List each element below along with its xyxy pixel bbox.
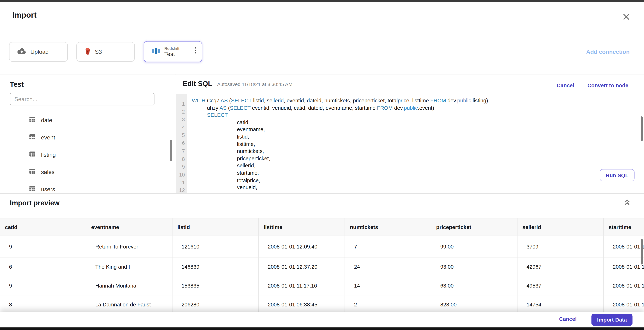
sql-cancel-button[interactable]: Cancel xyxy=(557,82,574,88)
table-cell: Return To Forever xyxy=(86,236,172,257)
run-sql-button[interactable]: Run SQL xyxy=(600,169,634,181)
sidebar-item-label: sales xyxy=(41,169,54,175)
code-line: sellerid, xyxy=(187,162,644,169)
s3-icon xyxy=(85,47,91,57)
tab-upload[interactable]: Upload xyxy=(9,42,68,62)
import-preview-section: Import preview catideventnamelistidlistt… xyxy=(0,193,644,312)
edit-sql-title: Edit SQL xyxy=(183,80,212,88)
code-line: catid, xyxy=(187,119,644,126)
line-number: 8 xyxy=(176,155,187,163)
code-line: WITH Ccq7 AS (SELECT listid, sellerid, e… xyxy=(187,97,644,104)
edit-sql-panel: Edit SQL Autosaved 11/18/21 at 8:30:45 A… xyxy=(176,75,644,194)
tab-redshift-selected[interactable]: Redshift Test xyxy=(144,41,202,62)
add-connection-link[interactable]: Add connection xyxy=(586,49,630,55)
table-cell: 63.00 xyxy=(431,276,518,295)
table-cell: 2008-01-01 11:17:16 xyxy=(259,276,345,295)
sidebar-item-label: listing xyxy=(41,151,56,158)
table-cell: 2 xyxy=(345,295,431,312)
code-line: SELECT xyxy=(187,112,644,119)
table-cell: 99.00 xyxy=(431,236,518,257)
convert-to-node-button[interactable]: Convert to node xyxy=(588,82,628,88)
table-row: 8La Damnation de Faust2062802008-01-01 0… xyxy=(0,295,644,312)
table-cell: 14 xyxy=(345,276,431,295)
table-cell: 49537 xyxy=(518,276,604,295)
close-icon[interactable] xyxy=(622,13,630,21)
line-number: 1 xyxy=(176,100,187,108)
page-title: Import xyxy=(12,11,37,20)
table-cell: 206280 xyxy=(172,295,259,312)
table-cell: 2008-01-01 06:38:45 xyxy=(259,295,345,312)
sidebar-item-label: event xyxy=(41,134,55,141)
sidebar-item-label: date xyxy=(41,117,52,123)
table-cell: 121610 xyxy=(172,236,259,257)
table-cell: 9 xyxy=(0,236,86,257)
editor-scrollbar[interactable] xyxy=(641,116,643,141)
sidebar-item-users[interactable]: users xyxy=(0,181,176,193)
window-top-strip xyxy=(0,0,644,2)
table-cell: 2008-01-01 1 xyxy=(604,236,644,257)
table-cell: 153835 xyxy=(172,276,259,295)
line-number: 6 xyxy=(176,140,187,147)
window-bottom-strip xyxy=(0,327,644,330)
table-cell: Hannah Montana xyxy=(86,276,172,295)
table-cell: 8 xyxy=(0,295,86,312)
import-data-button[interactable]: Import Data xyxy=(591,314,632,326)
schema-sidebar: Test dateeventlistingsalesusers xyxy=(0,75,176,194)
code-line: eventname, xyxy=(187,126,644,133)
sidebar-item-date[interactable]: date xyxy=(0,111,176,129)
table-cell: La Damnation de Faust xyxy=(86,295,172,312)
preview-table-body: 9Return To Forever1216102008-01-01 12:09… xyxy=(0,236,644,312)
collapse-icon[interactable] xyxy=(624,199,631,206)
import-modal: Import Upload S3 xyxy=(0,0,644,330)
line-number: 9 xyxy=(176,163,187,171)
line-number-gutter: 123456789101112 xyxy=(176,94,187,193)
line-number: 12 xyxy=(176,187,187,193)
table-cell: 14754 xyxy=(518,295,604,312)
table-icon xyxy=(29,168,35,176)
table-cell: 2008-01-01 12:37:20 xyxy=(259,257,345,276)
tab-upload-label: Upload xyxy=(30,49,48,55)
line-number: 3 xyxy=(176,116,187,124)
column-header-starttime: starttime xyxy=(604,218,644,236)
table-cell: 2008-01-01 12:09:40 xyxy=(259,236,345,257)
line-number: 7 xyxy=(176,147,187,155)
table-cell: 823.00 xyxy=(431,295,518,312)
table-cell: 6 xyxy=(0,257,86,276)
column-header-eventname: eventname xyxy=(86,218,172,236)
sidebar-item-listing[interactable]: listing xyxy=(0,146,176,163)
schema-title: Test xyxy=(10,81,24,89)
code-line: priceperticket, xyxy=(187,155,644,162)
column-header-numtickets: numtickets xyxy=(345,218,431,236)
search-input[interactable] xyxy=(10,93,154,105)
table-row: 6The King and I1468392008-01-01 12:37:20… xyxy=(0,257,644,276)
redshift-icon xyxy=(152,47,160,57)
sidebar-scrollbar[interactable] xyxy=(170,140,172,161)
line-number: 4 xyxy=(176,124,187,132)
autosave-status: Autosaved 11/18/21 at 8:30:45 AM xyxy=(217,82,292,87)
import-preview-title: Import preview xyxy=(10,199,60,207)
line-number: 2 xyxy=(176,108,187,116)
sidebar-item-sales[interactable]: sales xyxy=(0,163,176,181)
sidebar-item-event[interactable]: event xyxy=(0,129,176,146)
table-cell: 9 xyxy=(0,276,86,295)
column-header-listid: listid xyxy=(172,218,259,236)
code-line: starttime, xyxy=(187,170,644,177)
table-icon xyxy=(29,151,35,158)
column-header-listtime: listtime xyxy=(259,218,345,236)
table-list: dateeventlistingsalesusers xyxy=(0,111,176,193)
table-cell: 146839 xyxy=(172,257,259,276)
line-number: 5 xyxy=(176,132,187,140)
kebab-menu-icon[interactable] xyxy=(195,47,196,54)
code-line: numtickets, xyxy=(187,148,644,155)
connections-row: Upload S3 Redshift xyxy=(0,29,644,74)
sql-editor: 123456789101112 WITH Ccq7 AS (SELECT lis… xyxy=(176,94,644,193)
tab-s3[interactable]: S3 xyxy=(76,42,135,62)
code-line: venueid, xyxy=(187,184,644,191)
preview-table-header: catideventnamelistidlisttimenumticketspr… xyxy=(0,218,644,236)
table-cell: 42967 xyxy=(518,257,604,276)
sql-code-area[interactable]: WITH Ccq7 AS (SELECT listid, sellerid, e… xyxy=(187,94,644,193)
column-header-priceperticket: priceperticket xyxy=(431,218,518,236)
footer-cancel-button[interactable]: Cancel xyxy=(559,316,576,322)
preview-scrollbar[interactable] xyxy=(641,239,643,264)
tab-s3-label: S3 xyxy=(95,49,102,55)
